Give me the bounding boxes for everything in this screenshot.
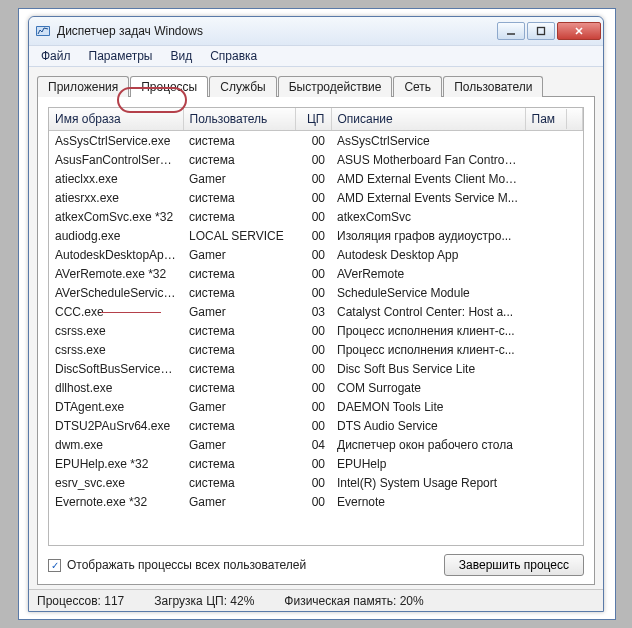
cell-image-name: esrv_svc.exe <box>49 473 183 492</box>
cell-user: Gamer <box>183 397 295 416</box>
cell-memory <box>525 492 583 511</box>
cell-memory <box>525 435 583 454</box>
cell-description: Intel(R) System Usage Report <box>331 473 525 492</box>
menu-file[interactable]: Файл <box>33 47 79 65</box>
cell-cpu: 00 <box>295 188 331 207</box>
cell-cpu: 00 <box>295 359 331 378</box>
cell-memory <box>525 226 583 245</box>
cell-user: система <box>183 378 295 397</box>
cell-description: AsSysCtrlService <box>331 131 525 151</box>
cell-description: AMD External Events Client Mod... <box>331 169 525 188</box>
show-all-users-checkbox[interactable]: ✓ <box>48 559 61 572</box>
table-row[interactable]: AutodeskDesktopApp...Gamer00Autodesk Des… <box>49 245 583 264</box>
table-row[interactable]: audiodg.exeLOCAL SERVICE00Изоляция графо… <box>49 226 583 245</box>
cell-description: AMD External Events Service M... <box>331 188 525 207</box>
menu-view[interactable]: Вид <box>162 47 200 65</box>
tab-applications[interactable]: Приложения <box>37 76 129 97</box>
cell-cpu: 00 <box>295 245 331 264</box>
task-manager-window: Диспетчер задач Windows Файл Параметры В… <box>28 16 604 612</box>
cell-image-name: csrss.exe <box>49 340 183 359</box>
client-area: Приложения Процессы Службы Быстродействи… <box>29 67 603 589</box>
cell-description: AVerRemote <box>331 264 525 283</box>
cell-description: Процесс исполнения клиент-с... <box>331 340 525 359</box>
cell-description: Изоляция графов аудиоустро... <box>331 226 525 245</box>
cell-image-name: AVerScheduleService.... <box>49 283 183 302</box>
tab-processes[interactable]: Процессы <box>130 76 208 97</box>
cell-cpu: 00 <box>295 283 331 302</box>
cell-cpu: 00 <box>295 397 331 416</box>
table-row[interactable]: CCC.exeGamer03Catalyst Control Center: H… <box>49 302 583 321</box>
cell-image-name: Evernote.exe *32 <box>49 492 183 511</box>
titlebar[interactable]: Диспетчер задач Windows <box>29 17 603 45</box>
status-phys-mem: Физическая память: 20% <box>284 594 423 608</box>
cell-user: система <box>183 207 295 226</box>
tab-services[interactable]: Службы <box>209 76 276 97</box>
tabbar: Приложения Процессы Службы Быстродействи… <box>37 73 595 97</box>
end-process-button[interactable]: Завершить процесс <box>444 554 584 576</box>
cell-description: ScheduleService Module <box>331 283 525 302</box>
process-table-container: Имя образа Пользователь ЦП Описание Пам … <box>48 107 584 546</box>
cell-description: Evernote <box>331 492 525 511</box>
table-row[interactable]: DTSU2PAuSrv64.exeсистема00DTS Audio Serv… <box>49 416 583 435</box>
cell-user: Gamer <box>183 435 295 454</box>
tab-performance[interactable]: Быстродействие <box>278 76 393 97</box>
cell-user: система <box>183 340 295 359</box>
cell-user: система <box>183 283 295 302</box>
table-row[interactable]: csrss.exeсистема00Процесс исполнения кли… <box>49 340 583 359</box>
table-row[interactable]: DTAgent.exeGamer00DAEMON Tools Lite <box>49 397 583 416</box>
tab-network[interactable]: Сеть <box>393 76 442 97</box>
menu-help[interactable]: Справка <box>202 47 265 65</box>
menubar: Файл Параметры Вид Справка <box>29 45 603 67</box>
cell-image-name: DTAgent.exe <box>49 397 183 416</box>
cell-cpu: 00 <box>295 378 331 397</box>
col-header-image-name[interactable]: Имя образа <box>49 108 183 131</box>
cell-image-name: AutodeskDesktopApp... <box>49 245 183 264</box>
col-header-description[interactable]: Описание <box>331 108 525 131</box>
cell-description: Диспетчер окон рабочего стола <box>331 435 525 454</box>
maximize-button[interactable] <box>527 22 555 40</box>
cell-image-name: DiscSoftBusServiceLit... <box>49 359 183 378</box>
cell-user: LOCAL SERVICE <box>183 226 295 245</box>
cell-description: Disc Soft Bus Service Lite <box>331 359 525 378</box>
table-row[interactable]: EPUHelp.exe *32система00EPUHelp <box>49 454 583 473</box>
close-button[interactable] <box>557 22 601 40</box>
cell-description: Процесс исполнения клиент-с... <box>331 321 525 340</box>
cell-description: ASUS Motherboard Fan Control ... <box>331 150 525 169</box>
cell-cpu: 00 <box>295 207 331 226</box>
table-row[interactable]: DiscSoftBusServiceLit...система00Disc So… <box>49 359 583 378</box>
cell-cpu: 00 <box>295 454 331 473</box>
cell-memory <box>525 340 583 359</box>
menu-options[interactable]: Параметры <box>81 47 161 65</box>
table-row[interactable]: dwm.exeGamer04Диспетчер окон рабочего ст… <box>49 435 583 454</box>
table-row[interactable]: AsSysCtrlService.exeсистема00AsSysCtrlSe… <box>49 131 583 151</box>
cell-user: система <box>183 359 295 378</box>
cell-cpu: 00 <box>295 321 331 340</box>
cell-image-name: csrss.exe <box>49 321 183 340</box>
table-row[interactable]: AVerScheduleService....система00Schedule… <box>49 283 583 302</box>
table-row[interactable]: atiesrxx.exeсистема00AMD External Events… <box>49 188 583 207</box>
cell-memory <box>525 397 583 416</box>
table-row[interactable]: esrv_svc.exeсистема00Intel(R) System Usa… <box>49 473 583 492</box>
table-row[interactable]: atkexComSvc.exe *32система00atkexComSvc <box>49 207 583 226</box>
cell-memory <box>525 321 583 340</box>
cell-user: Gamer <box>183 492 295 511</box>
tab-users[interactable]: Пользователи <box>443 76 543 97</box>
cell-user: Gamer <box>183 245 295 264</box>
cell-image-name: atkexComSvc.exe *32 <box>49 207 183 226</box>
minimize-button[interactable] <box>497 22 525 40</box>
col-header-user[interactable]: Пользователь <box>183 108 295 131</box>
table-row[interactable]: AsusFanControlServic...система00ASUS Mot… <box>49 150 583 169</box>
process-table[interactable]: Имя образа Пользователь ЦП Описание Пам … <box>49 108 583 511</box>
status-process-count: Процессов: 117 <box>37 594 124 608</box>
table-row[interactable]: AVerRemote.exe *32система00AVerRemote <box>49 264 583 283</box>
table-row[interactable]: csrss.exeсистема00Процесс исполнения кли… <box>49 321 583 340</box>
table-row[interactable]: atieclxx.exeGamer00AMD External Events C… <box>49 169 583 188</box>
cell-image-name: CCC.exe <box>49 302 183 321</box>
cell-description: DAEMON Tools Lite <box>331 397 525 416</box>
cell-memory <box>525 188 583 207</box>
cell-description: Catalyst Control Center: Host a... <box>331 302 525 321</box>
cell-description: DTS Audio Service <box>331 416 525 435</box>
table-row[interactable]: Evernote.exe *32Gamer00Evernote <box>49 492 583 511</box>
table-row[interactable]: dllhost.exeсистема00COM Surrogate <box>49 378 583 397</box>
col-header-cpu[interactable]: ЦП <box>295 108 331 131</box>
